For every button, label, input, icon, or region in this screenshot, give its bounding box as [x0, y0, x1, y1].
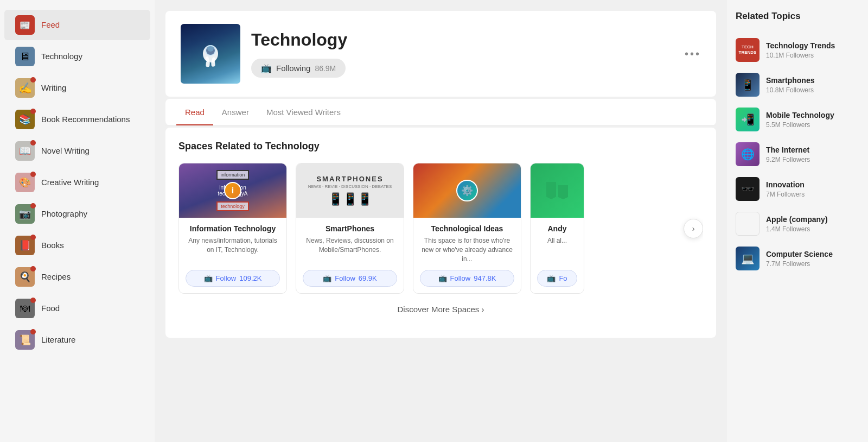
recipes-icon-wrap: 🍳: [15, 267, 35, 287]
andy-desc: All al...: [537, 236, 577, 263]
sidebar-item-creative-writing[interactable]: 🎨 Creative Writing: [4, 167, 150, 198]
tech-ideas-follow-button[interactable]: 📺 Follow 947.8K: [420, 270, 514, 287]
literature-notification-dot: [30, 329, 36, 334]
svg-rect-5: [206, 61, 210, 67]
bookmark-2: [558, 185, 568, 199]
related-topic-internet[interactable]: 🌐 The Internet 9.2M Followers: [736, 137, 859, 172]
following-icon: 📺: [261, 63, 272, 73]
innovation-followers: 7M Followers: [766, 191, 859, 198]
follow-count-2: 69.9K: [359, 274, 377, 282]
tab-answer[interactable]: Answer: [213, 99, 258, 125]
novel-icon-wrap: 📖: [15, 141, 35, 161]
sidebar-item-technology[interactable]: 🖥 Technology: [4, 41, 150, 72]
creative-icon-wrap: 🎨: [15, 173, 35, 192]
smartphones-related-info: Smartphones 10.8M Followers: [766, 75, 859, 94]
sidebar-item-photography[interactable]: 📷 Photography: [4, 199, 150, 229]
apple-name: Apple (company): [766, 214, 859, 224]
tech-icon: 🖥: [15, 47, 35, 66]
discover-more[interactable]: Discover More Spaces ›: [178, 294, 703, 325]
info-tech-follow-button[interactable]: 📺 Follow 109.2K: [186, 270, 280, 287]
related-topic-smartphones[interactable]: 📱 Smartphones 10.8M Followers: [736, 67, 859, 102]
tabs-card: Read Answer Most Viewed Writers: [165, 99, 716, 125]
info-tech-name: Information Technology: [186, 224, 280, 233]
comp-sci-followers: 7.7M Followers: [766, 260, 859, 268]
mobile-tech-name: Mobile Technology: [766, 110, 859, 120]
smartphones-subtitle: NEWS · REVIE · DISCUSSION · DEBATES: [308, 184, 392, 189]
more-options-button[interactable]: •••: [685, 48, 701, 60]
bookmark-1: [546, 182, 556, 199]
related-topic-innovation[interactable]: 🕶️ Innovation 7M Followers: [736, 172, 859, 206]
smartphones-image: SMARTPHONES NEWS · REVIE · DISCUSSION · …: [296, 163, 404, 218]
sidebar-label-book-recommendations: Book Recommendations: [41, 115, 130, 124]
spaces-grid: information i technology Information Tec…: [178, 163, 703, 294]
discover-more-label: Discover More Spaces: [397, 305, 479, 314]
comp-sci-info: Computer Science 7.7M Followers: [766, 249, 859, 268]
tab-read[interactable]: Read: [176, 99, 213, 125]
books-notification-dot: [30, 235, 36, 240]
tech-ideas-name: Technological Ideas: [420, 224, 514, 233]
books-icon-wrap: 📕: [15, 236, 35, 255]
smartphones-follow-button[interactable]: 📺 Follow 69.9K: [303, 270, 397, 287]
follow-count: 109.2K: [239, 274, 261, 282]
comp-sci-icon: 💻: [736, 247, 760, 270]
andy-follow-button[interactable]: 📺 Fo: [537, 270, 577, 287]
sidebar: 📰 Feed 🖥 Technology ✍️ Writing 📚 Book Re…: [0, 0, 155, 442]
tech-ideas-bg: ⚙️: [413, 163, 521, 218]
photo-notification-dot: [30, 203, 36, 209]
andy-name: Andy: [537, 224, 577, 233]
sidebar-item-novel-writing[interactable]: 📖 Novel Writing: [4, 136, 150, 166]
sidebar-item-feed[interactable]: 📰 Feed: [4, 10, 150, 40]
innovation-name: Innovation: [766, 180, 859, 190]
mobile-tech-info: Mobile Technology 5.5M Followers: [766, 110, 859, 129]
related-topic-comp-sci[interactable]: 💻 Computer Science 7.7M Followers: [736, 241, 859, 276]
sidebar-item-recipes[interactable]: 🍳 Recipes: [4, 262, 150, 292]
topic-image: [181, 24, 240, 84]
related-topic-mobile-tech[interactable]: 📲 Mobile Technology 5.5M Followers: [736, 102, 859, 137]
following-label: Following: [276, 64, 310, 73]
spaces-next-button[interactable]: ›: [684, 219, 703, 238]
writing-icon-wrap: ✍️: [15, 78, 35, 98]
sidebar-item-writing[interactable]: ✍️ Writing: [4, 73, 150, 103]
sidebar-item-literature[interactable]: 📜 Literature: [4, 325, 150, 355]
related-topic-apple[interactable]: Apple (company) 1.4M Followers: [736, 206, 859, 241]
smartphones-text: SMARTPHONES: [316, 175, 383, 183]
sidebar-label-recipes: Recipes: [41, 272, 71, 282]
info-icon: i: [224, 182, 241, 199]
related-topic-tech-trends[interactable]: TECHTRENDS Technology Trends 10.1M Follo…: [736, 33, 859, 67]
photo-icon-wrap: 📷: [15, 204, 35, 224]
space-card-tech-ideas: ⚙️ Technological Ideas This space is for…: [413, 163, 521, 294]
tab-most-viewed-writers[interactable]: Most Viewed Writers: [258, 99, 349, 125]
space-card-smartphones: SMARTPHONES NEWS · REVIE · DISCUSSION · …: [296, 163, 404, 294]
tech-trends-info: Technology Trends 10.1M Followers: [766, 41, 859, 59]
smartphones-related-followers: 10.8M Followers: [766, 86, 859, 94]
internet-icon: 🌐: [736, 142, 760, 166]
space-card-info-tech: information i technology Information Tec…: [178, 163, 287, 294]
internet-followers: 9.2M Followers: [766, 156, 859, 163]
sidebar-label-feed: Feed: [41, 20, 60, 30]
mobile-tech-followers: 5.5M Followers: [766, 121, 859, 129]
sidebar-item-books[interactable]: 📕 Books: [4, 230, 150, 261]
sidebar-label-literature: Literature: [41, 335, 75, 345]
following-button[interactable]: 📺 Following 86.9M: [251, 59, 346, 78]
svg-rect-6: [211, 61, 215, 67]
apple-followers: 1.4M Followers: [766, 225, 859, 233]
sidebar-item-book-recommendations[interactable]: 📚 Book Recommendations: [4, 104, 150, 135]
follow-label: Follow: [216, 274, 237, 282]
follow-icon-2: 📺: [323, 274, 331, 282]
svg-point-7: [207, 45, 214, 52]
andy-image: [531, 163, 584, 218]
innovation-info: Innovation 7M Followers: [766, 180, 859, 198]
comp-sci-name: Computer Science: [766, 249, 859, 259]
topic-header-card: Technology 📺 Following 86.9M •••: [165, 11, 716, 97]
related-topics-title: Related Topics: [736, 9, 859, 24]
right-sidebar: Related Topics TECHTRENDS Technology Tre…: [727, 0, 868, 442]
andy-bookmarks: [546, 182, 568, 199]
sidebar-item-food[interactable]: 🍽 Food: [4, 293, 150, 324]
info-tech-image: information i technology: [179, 163, 286, 218]
smartphones-related-name: Smartphones: [766, 75, 859, 85]
smartphones-body: SmartPhones News, Reviews, discussion on…: [296, 218, 404, 293]
info-box-2: technology: [216, 201, 249, 211]
book-rec-icon-wrap: 📚: [15, 110, 35, 129]
smartphones-bg: SMARTPHONES NEWS · REVIE · DISCUSSION · …: [296, 163, 404, 218]
food-notification-dot: [30, 298, 36, 303]
